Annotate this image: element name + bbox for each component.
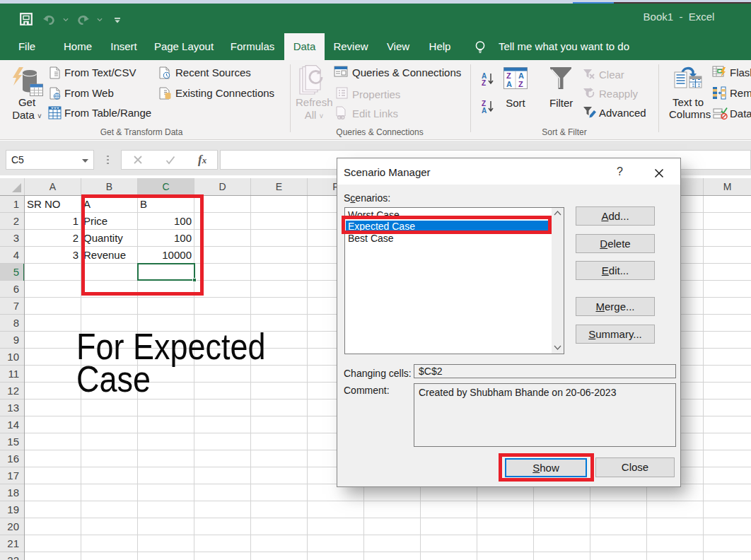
svg-text:A: A xyxy=(518,71,524,80)
svg-text:A: A xyxy=(482,107,487,114)
svg-text:Z: Z xyxy=(482,79,486,86)
svg-text:Z: Z xyxy=(506,71,511,80)
svg-text:A: A xyxy=(506,80,512,88)
svg-text:Z: Z xyxy=(518,80,523,88)
